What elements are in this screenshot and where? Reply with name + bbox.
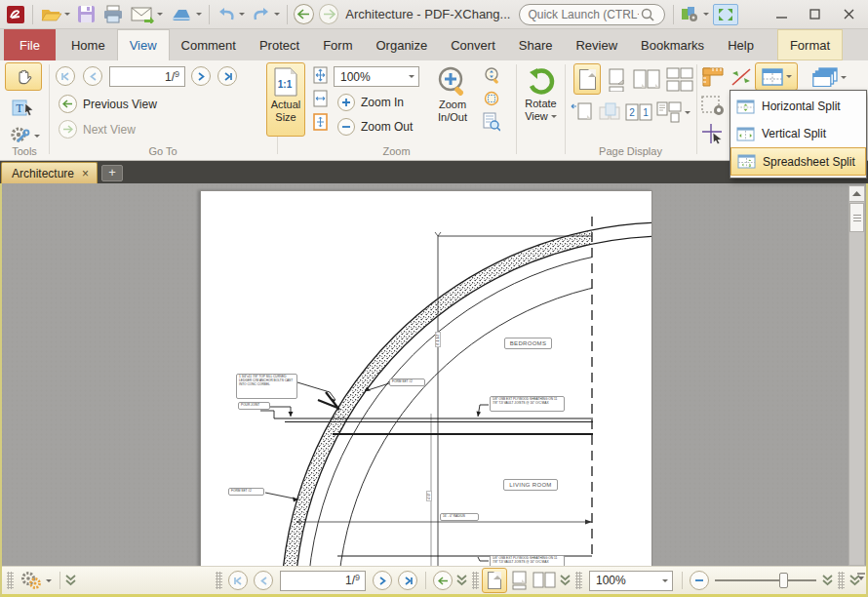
quick-launch-box[interactable] [519,4,665,25]
status-options-button[interactable] [17,568,55,593]
tab-review[interactable]: Review [564,29,629,60]
vertical-scrollbar[interactable] [848,185,865,566]
split-button[interactable] [755,62,798,91]
two-pages-button[interactable] [632,66,661,94]
zoom-slider-thumb[interactable] [779,573,788,588]
close-button[interactable] [833,2,865,27]
zoom-options-chevron[interactable] [822,575,833,586]
document-canvas[interactable]: BEDROOMS LIVING ROOM 1 3/4"x11 7/8" TOP … [0,183,868,566]
quick-launch-input[interactable] [526,7,641,22]
window-arrange-button[interactable] [808,64,850,90]
zoom-slider[interactable] [715,579,816,581]
status-continuous-button[interactable] [507,568,531,593]
snap-spread-button[interactable] [570,100,595,125]
show-guides-button[interactable] [700,121,726,146]
tab-comment[interactable]: Comment [170,29,248,60]
status-first-page-button[interactable] [228,571,248,590]
ui-options-button[interactable] [678,2,712,27]
zoom-in-button[interactable]: Zoom In [337,94,404,111]
tab-view[interactable]: View [117,29,170,60]
zoom-in-out-button[interactable]: Zoom In/Out [427,62,478,137]
actual-size-button[interactable]: 1:1 Actual Size [266,62,305,137]
right-to-left-button[interactable]: 21 [624,100,653,125]
zoom-level-combo[interactable]: 100% [334,66,419,87]
scroll-to-end-icon[interactable] [856,568,866,585]
page-transitions-button[interactable] [700,94,726,119]
single-page-button[interactable] [573,63,601,95]
tab-protect[interactable]: Protect [248,29,311,60]
page-number-input[interactable]: 1/9 [109,66,185,87]
tab-convert[interactable]: Convert [439,29,507,60]
toolbar-grip[interactable] [575,572,582,589]
pdf-page[interactable]: BEDROOMS LIVING ROOM 1 3/4"x11 7/8" TOP … [200,190,652,566]
select-text-tool-button[interactable]: T [6,96,41,121]
remove-split-button[interactable] [730,64,753,90]
tab-format[interactable]: Format [777,29,843,60]
forward-button[interactable] [319,4,339,24]
toolbar-grip[interactable] [838,572,845,589]
tab-help[interactable]: Help [716,29,766,60]
app-logo-icon[interactable] [3,2,28,27]
next-view-button[interactable]: Next View [59,120,136,139]
next-page-button[interactable] [191,66,211,86]
status-single-page-button[interactable] [482,568,507,593]
hand-tool-button[interactable] [5,62,42,91]
fit-visible-button[interactable] [310,112,330,132]
tab-bookmarks[interactable]: Bookmarks [629,29,716,60]
status-zoom-out-button[interactable] [690,571,709,590]
status-last-page-button[interactable] [398,571,417,590]
previous-page-button[interactable] [83,66,102,86]
save-button[interactable] [74,2,99,27]
toolbar-grip[interactable] [472,572,479,589]
maximize-button[interactable] [799,2,831,27]
redo-button[interactable] [249,2,283,27]
new-tab-button[interactable]: + [101,165,123,181]
tab-share[interactable]: Share [507,29,565,60]
zoom-out-button[interactable]: Zoom Out [337,118,413,136]
first-page-button[interactable] [56,66,75,86]
toolbar-grip[interactable] [7,572,14,589]
continuous-button[interactable] [605,66,628,94]
loupe-tool-button[interactable] [482,112,501,132]
undo-button[interactable] [214,2,248,27]
cover-mode-button[interactable] [597,100,622,125]
print-button[interactable] [99,2,127,27]
toolbar-grip[interactable] [216,572,222,589]
status-zoom-combo[interactable]: 100% [589,571,673,591]
menu-item-vertical-split[interactable]: Vertical Split [730,120,866,147]
dynamic-zoom-button[interactable] [482,65,501,85]
rulers-button[interactable] [700,64,726,90]
scroll-up-button[interactable] [849,186,864,202]
scrollbar-thumb[interactable] [849,203,864,232]
marquee-zoom-button[interactable] [482,89,501,108]
page-layout-options-button[interactable] [655,100,690,125]
fit-width-button[interactable] [310,89,330,108]
fit-page-button[interactable] [310,65,330,85]
menu-item-spreadsheet-split[interactable]: Spreadsheet Split [730,147,866,176]
scan-button[interactable] [167,2,205,27]
menu-item-horizontal-split[interactable]: Horizontal Split [730,93,866,120]
fullscreen-button[interactable] [713,4,738,25]
close-tab-icon[interactable]: × [82,169,89,179]
status-previous-view-button[interactable] [433,571,453,590]
open-button[interactable] [37,2,73,27]
status-two-pages-button[interactable] [531,568,558,593]
email-button[interactable] [128,2,166,27]
tab-file[interactable]: File [4,29,56,60]
previous-view-button[interactable]: Previous View [59,95,157,113]
last-page-button[interactable] [217,66,237,86]
two-pages-continuous-button[interactable] [665,66,694,94]
find-button[interactable]: Find... [856,29,868,60]
status-page-number-input[interactable]: 1/9 [280,571,366,591]
status-previous-page-button[interactable] [254,571,273,590]
layout-options-chevron[interactable] [560,575,571,586]
minimize-button[interactable] [766,2,798,27]
tab-organize[interactable]: Organize [364,29,439,60]
view-history-chevron[interactable] [456,575,467,586]
document-tab-architecture[interactable]: Architecture × [1,162,98,183]
back-button[interactable] [294,4,314,24]
tab-form[interactable]: Form [311,29,364,60]
tab-home[interactable]: Home [59,29,117,60]
rotate-view-button[interactable]: Rotate View [518,62,564,137]
expand-panel-button[interactable] [65,575,76,586]
